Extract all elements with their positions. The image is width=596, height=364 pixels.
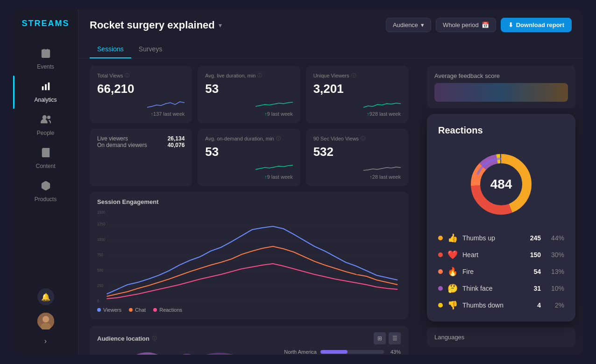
sidebar-content-label: Content [35, 163, 55, 169]
svg-text:250: 250 [97, 283, 103, 288]
thumbs-down-emoji: 👎 [447, 300, 458, 310]
reactions-title: Reactions [438, 125, 564, 136]
avg-live-sparkline [255, 98, 293, 109]
heart-label: Heart [462, 251, 525, 259]
period-dropdown[interactable]: Whole period 📅 [436, 18, 496, 32]
page-title-area: Rocket surgery explained ▾ [90, 19, 222, 31]
chart-legend: Viewers Chat Reactions [97, 307, 401, 313]
sidebar-item-people[interactable]: People [13, 109, 78, 142]
think-pct: 10% [549, 285, 564, 292]
right-panel: Average feedback score Reactions [419, 58, 583, 355]
fire-pct: 13% [549, 268, 564, 275]
main-content: Rocket surgery explained ▾ Audience ▾ Wh… [78, 9, 583, 355]
total-views-card: Total Views ⓘ 66,210 ↑ 137 last week [90, 66, 192, 123]
sidebar-item-content[interactable]: Content [13, 142, 78, 175]
avatar[interactable] [37, 313, 54, 329]
svg-point-54 [128, 352, 166, 355]
reactions-card: Reactions [427, 114, 575, 322]
svg-point-8 [47, 116, 50, 119]
unique-viewers-label: Unique Viewers ⓘ [313, 72, 401, 79]
header-actions: Audience ▾ Whole period 📅 ⬇ Download rep… [386, 18, 572, 32]
title-chevron-icon[interactable]: ▾ [219, 21, 222, 29]
svg-text:750: 750 [97, 252, 103, 257]
box-icon [41, 181, 51, 193]
chart-title: Session Engagement [97, 198, 401, 205]
unique-viewers-sparkline [363, 98, 401, 109]
tab-surveys[interactable]: Surveys [131, 41, 170, 58]
video-views-label: 90 Sec Video Views ⓘ [313, 135, 401, 142]
stats-row-2: Live viewers 26,134 On demand viewers 40… [90, 129, 408, 186]
think-dot [438, 286, 443, 291]
heart-count: 150 [530, 251, 541, 259]
think-count: 31 [533, 285, 541, 292]
active-bar [13, 76, 14, 109]
video-views-sub: ↑ 28 last week [313, 174, 401, 180]
grid-view-button[interactable]: ⊞ [374, 332, 386, 344]
audience-bars: North America 43% Latin America [279, 349, 401, 355]
fire-count: 54 [533, 268, 541, 275]
avg-score-section: Average feedback score [427, 66, 575, 108]
download-report-button[interactable]: ⬇ Download report [501, 18, 572, 32]
sidebar-events-label: Events [37, 63, 54, 70]
avg-on-demand-label: Avg. on-demand duration, min ⓘ [205, 135, 292, 142]
session-engagement-section: Session Engagement 0 250 500 750 1000 12… [90, 192, 408, 319]
svg-text:1000: 1000 [97, 237, 105, 242]
expand-sidebar-button[interactable]: › [44, 337, 47, 345]
info-icon: ⓘ [125, 72, 129, 79]
svg-text:500: 500 [97, 267, 103, 273]
reaction-think: 🤔 Think face 31 10% [438, 283, 564, 294]
tab-bar: Sessions Surveys [78, 41, 583, 58]
page-title: Rocket surgery explained [90, 19, 215, 31]
sidebar-item-analytics[interactable]: Analytics [13, 76, 78, 109]
svg-rect-4 [42, 86, 43, 90]
avg-on-demand-card: Avg. on-demand duration, min ⓘ 53 ↑ 9 la… [198, 129, 300, 186]
reaction-thumbs-down: 👎 Thumbs down 4 2% [438, 300, 564, 310]
audience-content: North America 43% Latin America [97, 349, 401, 355]
languages-section: Languages [427, 327, 575, 347]
viewers-breakdown-card: Live viewers 26,134 On demand viewers 40… [90, 129, 192, 186]
on-demand-viewers-row: On demand viewers 40,076 [97, 142, 184, 148]
bar-bg [320, 350, 384, 354]
heart-dot [438, 252, 443, 257]
thumbs-up-emoji: 👍 [447, 233, 458, 243]
avg-on-demand-sub: ↑ 9 last week [205, 174, 292, 180]
avg-live-duration-card: Avg. live duration, min ⓘ 53 ↑ 9 last we… [198, 66, 300, 123]
bar-row-north-america: North America 43% [279, 349, 401, 355]
svg-point-10 [43, 316, 49, 322]
sidebar-item-products[interactable]: Products [13, 175, 78, 208]
calendar-small-icon: 📅 [482, 21, 489, 28]
info-icon-2: ⓘ [257, 72, 262, 79]
sidebar-people-label: People [37, 130, 54, 136]
list-view-button[interactable]: ☰ [389, 332, 401, 344]
unique-viewers-card: Unique Viewers ⓘ 3,201 ↑ 928 last week [306, 66, 408, 123]
svg-rect-0 [42, 50, 50, 58]
avg-live-value: 53 [205, 82, 292, 96]
svg-point-57 [177, 354, 196, 355]
notifications-button[interactable]: 🔔 [37, 288, 54, 305]
world-map [97, 349, 272, 355]
svg-rect-6 [48, 83, 50, 91]
reactions-dot [153, 308, 157, 312]
thumbs-up-count: 245 [530, 234, 541, 242]
section-icons: ⊞ ☰ [374, 332, 401, 344]
audience-dropdown[interactable]: Audience ▾ [386, 18, 431, 32]
audience-info-icon: ⓘ [152, 335, 157, 342]
viewers-dot [97, 308, 101, 312]
dropdown-arrow-icon: ▾ [421, 21, 424, 28]
logo: STREAMS [21, 19, 69, 28]
sidebar-item-events[interactable]: Events [13, 42, 78, 76]
svg-text:0: 0 [97, 298, 99, 303]
chart-container: 0 250 500 750 1000 1250 1500 [97, 210, 401, 303]
svg-point-7 [43, 116, 46, 119]
engagement-chart: 0 250 500 750 1000 1250 1500 [97, 210, 401, 303]
tab-sessions[interactable]: Sessions [90, 41, 131, 58]
svg-text:1250: 1250 [97, 221, 105, 226]
reaction-heart: ❤️ Heart 150 30% [438, 250, 564, 260]
video-views-value: 532 [313, 145, 401, 159]
audience-title: Audience location [97, 335, 149, 342]
fire-dot [438, 269, 443, 274]
total-views-value: 66,210 [97, 82, 184, 96]
chat-dot [129, 308, 133, 312]
donut-center-value: 484 [490, 177, 512, 192]
left-panel: Total Views ⓘ 66,210 ↑ 137 last week [78, 58, 419, 355]
